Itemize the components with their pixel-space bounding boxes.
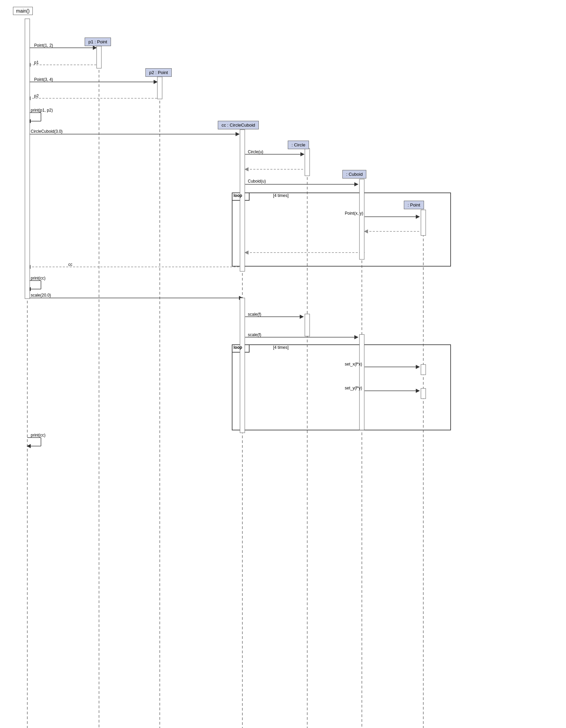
msg-scale-f2: scale(f) bbox=[248, 332, 261, 337]
svg-marker-20 bbox=[236, 132, 240, 136]
diagram-container: main() p1 : Point p2 : Point cc : Circle… bbox=[0, 0, 566, 728]
msg-scale20: scale(20.0) bbox=[31, 293, 51, 298]
svg-marker-34 bbox=[244, 251, 249, 255]
svg-rect-67 bbox=[421, 365, 426, 375]
msg-print-cc2: print(cc) bbox=[31, 433, 45, 438]
lifeline-cc: cc : CircleCuboid bbox=[218, 121, 259, 129]
msg-cuboid-u: Cuboid(u) bbox=[248, 179, 266, 184]
svg-marker-30 bbox=[416, 215, 420, 219]
msg-point-xy: Point(x, y) bbox=[345, 211, 363, 216]
svg-marker-32 bbox=[364, 229, 368, 233]
svg-marker-52 bbox=[416, 389, 420, 393]
msg-point12: Point(1, 2) bbox=[34, 43, 53, 48]
msg-circle-u: Circle(u) bbox=[248, 149, 263, 154]
svg-rect-57 bbox=[25, 19, 30, 299]
svg-rect-68 bbox=[421, 388, 426, 399]
msg-p1-return: p1 bbox=[34, 60, 39, 65]
loop1-label: loop bbox=[234, 193, 242, 198]
svg-rect-65 bbox=[305, 314, 310, 336]
svg-marker-8 bbox=[93, 46, 97, 50]
msg-print-p1p2: print(p1, p2) bbox=[31, 108, 53, 113]
svg-rect-60 bbox=[240, 130, 245, 271]
svg-marker-36 bbox=[27, 265, 31, 269]
svg-marker-46 bbox=[354, 335, 358, 339]
svg-marker-40 bbox=[27, 287, 31, 291]
msg-circlecuboid: CircleCuboid(3.0) bbox=[31, 129, 62, 134]
svg-rect-47 bbox=[232, 345, 451, 430]
msg-set-y: set_y(f*y) bbox=[345, 386, 362, 390]
svg-marker-42 bbox=[239, 296, 243, 300]
svg-rect-58 bbox=[97, 46, 101, 68]
lifeline-point2: : Point bbox=[404, 201, 424, 209]
msg-cc-return: cc bbox=[68, 262, 72, 267]
svg-marker-12 bbox=[154, 80, 158, 84]
svg-rect-64 bbox=[240, 298, 245, 433]
svg-rect-66 bbox=[359, 334, 364, 430]
arrows-svg bbox=[0, 0, 566, 728]
lifeline-p1: p1 : Point bbox=[85, 38, 111, 46]
loop2-condition: [4 times] bbox=[273, 345, 288, 350]
main-label: main() bbox=[13, 7, 33, 15]
svg-marker-22 bbox=[300, 152, 305, 156]
svg-marker-24 bbox=[244, 167, 249, 171]
svg-marker-44 bbox=[300, 315, 304, 319]
msg-set-x: set_x(f*x) bbox=[345, 362, 362, 367]
lifeline-cuboid: : Cuboid bbox=[342, 170, 366, 179]
svg-rect-59 bbox=[157, 77, 162, 99]
msg-p2-return: p2 bbox=[34, 94, 39, 98]
svg-rect-61 bbox=[305, 148, 310, 176]
loop1-condition: [4 times] bbox=[273, 193, 288, 198]
svg-marker-18 bbox=[27, 119, 31, 123]
lifeline-circle: : Circle bbox=[288, 141, 309, 149]
lifeline-p2: p2 : Point bbox=[145, 68, 172, 77]
svg-rect-63 bbox=[421, 210, 426, 235]
msg-print-cc1: print(cc) bbox=[31, 276, 45, 281]
svg-marker-50 bbox=[416, 365, 420, 369]
msg-point34: Point(3, 4) bbox=[34, 77, 53, 82]
svg-marker-14 bbox=[27, 96, 31, 100]
loop2-label: loop bbox=[234, 345, 242, 350]
svg-marker-10 bbox=[27, 63, 31, 67]
svg-marker-26 bbox=[354, 182, 358, 186]
svg-marker-56 bbox=[27, 444, 31, 448]
msg-scale-f1: scale(f) bbox=[248, 312, 261, 317]
svg-rect-62 bbox=[359, 179, 364, 259]
